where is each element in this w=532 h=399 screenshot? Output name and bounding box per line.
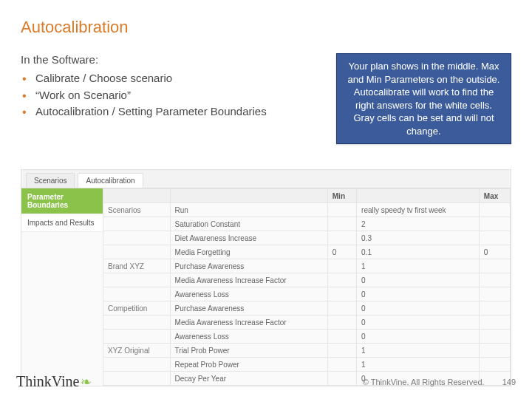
slide-title: Autocalibration: [21, 18, 511, 37]
cell-min: [327, 217, 356, 231]
cell-min: [327, 330, 356, 344]
page-number: 149: [502, 378, 516, 386]
cell-min: [327, 259, 356, 273]
table-row: Diet Awareness Increase0.3: [103, 231, 511, 245]
cell-label: Run: [170, 203, 327, 217]
cell-min: [327, 358, 356, 372]
cell-max: [479, 217, 510, 231]
cell-val: 0: [357, 330, 480, 344]
app-tabstrip: Scenarios Autocalibration: [21, 170, 511, 188]
col-max: Max: [479, 189, 510, 203]
cell-label: Trial Prob Power: [170, 344, 327, 358]
app-sidebar: Parameter Boundaries Impacts and Results: [21, 188, 103, 386]
cell-max: [479, 316, 510, 330]
table-row: Repeat Prob Power1: [103, 358, 511, 372]
cell-min: [327, 287, 356, 301]
cell-val: 0.3: [357, 231, 480, 245]
col-val: [357, 189, 480, 203]
table-row: Media Awareness Increase Factor0: [103, 273, 511, 287]
intro-text: In the Software:: [21, 53, 324, 66]
cell-max: [479, 301, 510, 316]
parameter-table: Min Max ScenariosRunreally speedy tv fir…: [103, 188, 511, 386]
app-screenshot: Scenarios Autocalibration Parameter Boun…: [21, 169, 511, 386]
cell-group: [103, 330, 171, 344]
cell-group: Competition: [103, 301, 171, 316]
cell-label: Purchase Awareness: [170, 301, 327, 316]
col-min: Min: [327, 189, 356, 203]
tab-scenarios[interactable]: Scenarios: [26, 173, 75, 188]
cell-group: Brand XYZ: [103, 259, 171, 273]
cell-label: Diet Awareness Increase: [170, 231, 327, 245]
cell-group: [103, 217, 171, 231]
cell-val: 0: [357, 316, 480, 330]
cell-max: [479, 231, 510, 245]
bullet-list: Calibrate / Choose scenario “Work on Sce…: [21, 70, 324, 120]
table-row: Saturation Constant2: [103, 217, 511, 231]
cell-label: Awareness Loss: [170, 287, 327, 301]
cell-val: 2: [357, 217, 480, 231]
bullet-item: Calibrate / Choose scenario: [33, 70, 324, 87]
cell-val: 0.1: [357, 245, 480, 259]
cell-min: [327, 301, 356, 316]
table-row: Media Awareness Increase Factor0: [103, 316, 511, 330]
cell-group: [103, 287, 171, 301]
cell-max: [479, 358, 510, 372]
cell-min: [327, 203, 356, 217]
cell-label: Saturation Constant: [170, 217, 327, 231]
callout-box: Your plan shows in the middle. Max and M…: [336, 53, 511, 144]
cell-val: 1: [357, 358, 480, 372]
cell-val: 0: [357, 301, 480, 316]
cell-max: [479, 259, 510, 273]
table-row: XYZ OriginalTrial Prob Power1: [103, 344, 511, 358]
cell-label: Awareness Loss: [170, 330, 327, 344]
cell-val: 1: [357, 344, 480, 358]
cell-val: 0: [357, 273, 480, 287]
table-row: Brand XYZPurchase Awareness1: [103, 259, 511, 273]
cell-val: 0: [357, 287, 480, 301]
cell-group: [103, 273, 171, 287]
sidebar-item-parameter-boundaries[interactable]: Parameter Boundaries: [21, 188, 103, 214]
sidebar-item-impacts-results[interactable]: Impacts and Results: [21, 214, 103, 232]
cell-label: Media Awareness Increase Factor: [170, 273, 327, 287]
cell-val: 1: [357, 259, 480, 273]
cell-max: [479, 344, 510, 358]
cell-label: Repeat Prob Power: [170, 358, 327, 372]
cell-label: Purchase Awareness: [170, 259, 327, 273]
cell-group: [103, 316, 171, 330]
cell-max: [479, 330, 510, 344]
cell-label: Media Awareness Increase Factor: [170, 316, 327, 330]
col-group: [103, 189, 171, 203]
table-row: Awareness Loss0: [103, 330, 511, 344]
table-row: Awareness Loss0: [103, 287, 511, 301]
table-row: CompetitionPurchase Awareness0: [103, 301, 511, 316]
logo: ThinkVine❧: [16, 373, 92, 390]
cell-max: [479, 287, 510, 301]
bullet-item: Autocalibration / Setting Parameter Boun…: [33, 103, 324, 120]
tab-autocalibration[interactable]: Autocalibration: [78, 173, 143, 188]
table-row: ScenariosRunreally speedy tv first week: [103, 203, 511, 217]
table-row: Media Forgetting00.10: [103, 245, 511, 259]
cell-min: [327, 231, 356, 245]
cell-max: [479, 203, 510, 217]
cell-min: [327, 344, 356, 358]
bullet-item: “Work on Scenario”: [33, 87, 324, 104]
footer: ThinkVine❧ © ThinkVine. All Rights Reser…: [0, 373, 532, 390]
cell-group: Scenarios: [103, 203, 171, 217]
cell-max: 0: [479, 245, 510, 259]
cell-min: [327, 316, 356, 330]
leaf-icon: ❧: [81, 375, 92, 389]
col-param: [170, 189, 327, 203]
cell-group: [103, 358, 171, 372]
cell-min: 0: [327, 245, 356, 259]
cell-max: [479, 273, 510, 287]
copyright-text: © ThinkVine. All Rights Reserved.: [363, 378, 485, 386]
cell-group: [103, 245, 171, 259]
cell-group: XYZ Original: [103, 344, 171, 358]
cell-label: Media Forgetting: [170, 245, 327, 259]
cell-min: [327, 273, 356, 287]
cell-group: [103, 231, 171, 245]
cell-val: really speedy tv first week: [357, 203, 480, 217]
